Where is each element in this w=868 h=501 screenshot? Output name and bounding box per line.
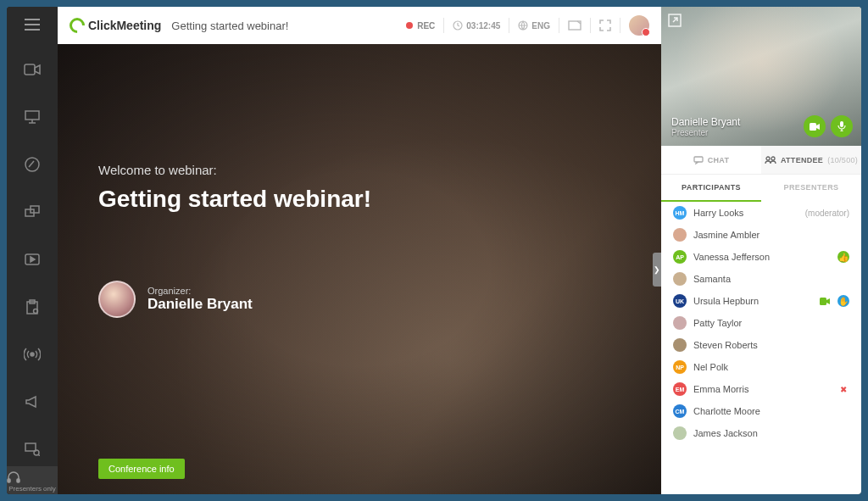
panel-subtabs: PARTICIPANTS PRESENTERS [661, 175, 861, 202]
participant-name: James Jackson [693, 428, 849, 438]
stage: Welcome to webinar: Getting started webi… [58, 44, 661, 494]
svg-rect-18 [810, 123, 816, 131]
raise-hand-icon: ✋ [837, 295, 849, 307]
list-item[interactable]: EMEmma Morris✖ [661, 378, 861, 400]
logo-text: ClickMeeting [88, 19, 161, 32]
mic-toggle-button[interactable] [831, 115, 853, 137]
headphones-icon [7, 471, 58, 483]
camera-icon[interactable] [15, 53, 49, 86]
participant-name: Nel Polk [693, 362, 849, 372]
record-label: REC [417, 21, 435, 31]
stage-title: Getting started webinar! [98, 186, 620, 213]
list-item[interactable]: HMHarry Looks(moderator) [661, 202, 861, 224]
participant-avatar: CM [673, 404, 687, 418]
record-dot-icon [406, 22, 413, 29]
participant-avatar: HM [673, 206, 687, 220]
logo: ClickMeeting [70, 18, 161, 33]
video-presenter-name: Danielle Bryant [671, 116, 740, 128]
collapse-panel-handle[interactable]: ❯ [653, 253, 661, 287]
participant-avatar: AP [673, 250, 687, 264]
video-toggle-button[interactable] [804, 115, 826, 137]
svg-point-2 [25, 158, 39, 171]
svg-point-21 [766, 157, 770, 160]
main-column: ClickMeeting Getting started webinar! RE… [58, 7, 661, 494]
tab-attendee[interactable]: ATTENDEE (10/500) [761, 146, 861, 174]
svg-rect-1 [25, 111, 39, 120]
organizer-block: Organizer: Danielle Bryant [98, 281, 620, 318]
participant-avatar: EM [673, 382, 687, 396]
list-item[interactable]: APVanessa Jefferson👍 [661, 246, 861, 268]
language-selector[interactable]: ENG [518, 20, 550, 31]
camera-on-icon [819, 295, 831, 307]
user-avatar[interactable] [629, 15, 649, 36]
participants-list: HMHarry Looks(moderator)Jasmine AmblerAP… [661, 202, 861, 494]
participant-name: Harry Looks [693, 208, 798, 218]
welcome-text: Welcome to webinar: [98, 163, 620, 177]
list-item[interactable]: UKUrsula Hepburn✋ [661, 290, 861, 312]
svg-point-7 [34, 309, 38, 314]
fullscreen-icon[interactable] [599, 19, 611, 31]
participant-name: Jasmine Ambler [693, 230, 849, 240]
tab-chat[interactable]: CHAT [661, 146, 761, 174]
svg-rect-11 [8, 479, 10, 482]
menu-icon[interactable] [25, 19, 40, 31]
stream-icon[interactable] [15, 337, 49, 371]
header-title: Getting started webinar! [171, 19, 288, 32]
participant-name: Vanessa Jefferson [693, 252, 831, 262]
whiteboard-icon[interactable] [15, 148, 49, 181]
sidebar: Presenters only [7, 7, 58, 494]
timer: 03:12:45 [453, 20, 500, 31]
panel-tabs: CHAT ATTENDEE (10/500) [661, 146, 861, 175]
participant-role: (moderator) [805, 209, 849, 218]
svg-rect-19 [840, 121, 843, 127]
participant-avatar [673, 316, 687, 330]
presentation-icon[interactable] [15, 100, 49, 134]
participant-name: Ursula Hepburn [693, 296, 812, 306]
svg-rect-12 [17, 479, 19, 482]
participant-avatar [673, 426, 687, 440]
poll-icon[interactable] [15, 290, 49, 324]
layout-icon[interactable] [568, 20, 581, 31]
svg-rect-20 [694, 157, 703, 162]
right-panel: Danielle Bryant Presenter CHAT ATTENDEE … [661, 7, 861, 494]
svg-point-8 [31, 353, 34, 356]
list-item[interactable]: Jasmine Ambler [661, 224, 861, 246]
participant-avatar: NP [673, 360, 687, 374]
search-icon[interactable] [15, 432, 49, 466]
list-item[interactable]: NPNel Polk [661, 356, 861, 378]
participant-name: Samanta [693, 274, 849, 284]
logo-mark-icon [66, 14, 87, 36]
video-presenter-role: Presenter [671, 128, 740, 137]
screenshare-icon[interactable] [15, 195, 49, 229]
presenter-video: Danielle Bryant Presenter [661, 7, 861, 146]
participant-avatar [673, 338, 687, 352]
app-root: Presenters only ClickMeeting Getting sta… [7, 7, 861, 494]
svg-rect-23 [820, 298, 826, 305]
thumbs-up-icon: 👍 [837, 251, 849, 263]
participant-name: Emma Morris [693, 384, 831, 394]
list-item[interactable]: Samanta [661, 268, 861, 290]
list-item[interactable]: CMCharlotte Moore [661, 400, 861, 422]
popout-icon[interactable] [668, 14, 682, 27]
organizer-label: Organizer: [147, 286, 253, 296]
conference-info-button[interactable]: Conference info [98, 459, 185, 479]
list-item[interactable]: James Jackson [661, 422, 861, 444]
subtab-presenters[interactable]: PRESENTERS [761, 175, 861, 202]
list-item[interactable]: Patty Taylor [661, 312, 861, 334]
svg-point-22 [771, 157, 775, 160]
presenters-only-button[interactable]: Presenters only [7, 466, 58, 494]
organizer-name: Danielle Bryant [147, 296, 253, 313]
participant-name: Patty Taylor [693, 318, 849, 328]
participant-name: Steven Roberts [693, 340, 849, 350]
video-play-icon[interactable] [15, 242, 49, 276]
block-icon: ✖ [837, 383, 849, 395]
svg-rect-9 [25, 443, 36, 451]
list-item[interactable]: Steven Roberts [661, 334, 861, 356]
subtab-participants[interactable]: PARTICIPANTS [661, 175, 761, 202]
participant-name: Charlotte Moore [693, 406, 849, 416]
svg-rect-0 [25, 64, 35, 75]
participant-avatar: UK [673, 294, 687, 308]
header: ClickMeeting Getting started webinar! RE… [58, 7, 661, 44]
announce-icon[interactable] [15, 385, 49, 419]
record-indicator[interactable]: REC [406, 21, 435, 31]
